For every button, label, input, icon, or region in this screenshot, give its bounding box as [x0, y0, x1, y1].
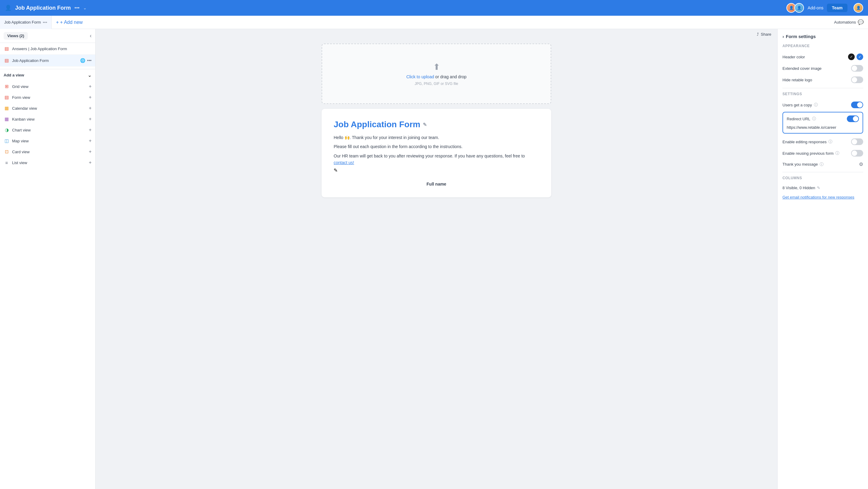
users-copy-info-icon[interactable]: ⓘ — [814, 102, 818, 108]
hide-logo-label: Hide retable logo — [782, 78, 812, 82]
tab-label: Job Application Form — [4, 20, 41, 25]
more-dots-icon[interactable]: ••• — [87, 46, 92, 51]
redirect-url-row: Redirect URL ⓘ — [787, 116, 859, 122]
upload-format-hint: JPG, PNG, GIF or SVG file — [415, 82, 458, 86]
collapse-sidebar-button[interactable]: ‹ — [90, 33, 92, 39]
answers-view-icon: ▤ — [4, 46, 10, 51]
top-bar-chevron-icon[interactable]: ⌄ — [83, 5, 87, 10]
add-kanban-view[interactable]: ▦ Kanban view + — [0, 114, 95, 124]
add-card-view[interactable]: ⊡ Card view + — [0, 146, 95, 157]
form-view-label: Job Application Form — [12, 58, 78, 63]
kanban-view-add-icon[interactable]: + — [89, 116, 92, 122]
upload-area[interactable]: ⬆ Click to upload or drag and drop JPG, … — [321, 43, 551, 104]
top-bar: 👤 Job Application Form ••• ⌄ 👤 👤 Add-ons… — [0, 0, 868, 16]
thankyou-message-row: Thank you message ⓘ ⚙ — [782, 159, 863, 170]
thankyou-info-icon[interactable]: ⓘ — [819, 162, 824, 167]
automations-button[interactable]: Automations 💬 — [830, 16, 868, 29]
color-black[interactable] — [848, 54, 855, 60]
form-title-text: Job Application Form — [334, 120, 421, 129]
header-color-label: Header color — [782, 55, 805, 59]
extended-cover-toggle[interactable] — [851, 65, 863, 72]
form-view-type-icon: ▤ — [4, 95, 10, 100]
form-globe-icon[interactable]: 🌐 — [80, 58, 85, 63]
reusing-form-toggle[interactable] — [851, 150, 863, 157]
thankyou-gear-icon[interactable]: ⚙ — [859, 161, 863, 167]
form-title-edit-icon[interactable]: ✎ — [423, 122, 427, 127]
form-view-actions: 🌐 ••• — [80, 58, 92, 63]
views-badge[interactable]: Views (2) — [4, 32, 28, 39]
view-item-form[interactable]: ▤ Job Application Form 🌐 ••• — [0, 55, 95, 66]
avatar-2: 👤 — [794, 3, 804, 13]
hide-logo-row: Hide retable logo — [782, 74, 863, 86]
form-view-icon: ▤ — [4, 58, 10, 63]
app-icon: 👤 — [5, 4, 11, 11]
add-form-view[interactable]: ▤ Form view + — [0, 92, 95, 103]
share-button[interactable]: ⤴ Share — [757, 32, 771, 37]
globe-icon[interactable]: 🌐 — [80, 46, 85, 51]
grid-view-add-icon[interactable]: + — [89, 84, 92, 89]
add-chart-view[interactable]: ◑ Chart view + — [0, 124, 95, 135]
chart-view-label: Chart view — [12, 128, 87, 132]
users-copy-label-row: Users get a copy ⓘ — [782, 102, 818, 108]
add-new-button[interactable]: + + Add new — [52, 16, 87, 29]
form-view-add-icon[interactable]: + — [89, 95, 92, 100]
divider-2 — [782, 172, 863, 172]
form-view-type-label: Form view — [12, 95, 87, 100]
automations-label: Automations — [834, 20, 856, 25]
upload-click-link[interactable]: Click to upload — [406, 74, 434, 79]
list-view-add-icon[interactable]: + — [89, 160, 92, 165]
views-header: Views (2) ‹ — [0, 29, 95, 43]
add-list-view[interactable]: ≡ List view + — [0, 157, 95, 168]
form-desc-2: Please fill out each question in the for… — [334, 143, 539, 150]
kanban-view-label: Kanban view — [12, 117, 87, 122]
add-map-view[interactable]: ◫ Map view + — [0, 135, 95, 146]
calendar-view-add-icon[interactable]: + — [89, 105, 92, 111]
chart-view-icon: ◑ — [4, 127, 10, 133]
form-settings-title[interactable]: › Form settings — [782, 34, 863, 39]
thankyou-label: Thank you message — [782, 162, 818, 166]
avatar-group: 👤 👤 — [786, 3, 804, 13]
upload-drag-text: or drag and drop — [435, 74, 467, 79]
add-grid-view[interactable]: ⊞ Grid view + — [0, 81, 95, 92]
upload-icon: ⬆ — [433, 62, 440, 72]
email-notifications-link[interactable]: Get email notifications for new response… — [782, 192, 863, 201]
active-tab[interactable]: Job Application Form ••• — [0, 16, 52, 29]
form-settings-chevron-icon: › — [782, 34, 784, 39]
editing-responses-toggle[interactable] — [851, 139, 863, 145]
hide-logo-toggle[interactable] — [851, 77, 863, 83]
description-edit-icon[interactable]: ✎ — [334, 168, 338, 173]
view-item-answers[interactable]: ▤ Answers | Job Application Form 🌐 ••• — [0, 43, 95, 55]
reusing-form-info-icon[interactable]: ⓘ — [835, 151, 839, 156]
contact-us-link[interactable]: contact us! — [334, 160, 354, 165]
main-layout: Views (2) ‹ ▤ Answers | Job Application … — [0, 29, 868, 489]
field-full-name: Full name — [334, 182, 539, 186]
extended-cover-label: Extended cover image — [782, 66, 822, 71]
chart-view-add-icon[interactable]: + — [89, 127, 92, 133]
tab-more-icon[interactable]: ••• — [42, 20, 47, 25]
users-copy-toggle[interactable] — [851, 101, 863, 108]
card-view-add-icon[interactable]: + — [89, 149, 92, 154]
redirect-url-toggle[interactable] — [847, 116, 859, 122]
color-blue[interactable] — [857, 54, 863, 60]
redirect-url-info-icon[interactable]: ⓘ — [812, 116, 816, 122]
form-settings-label: Form settings — [786, 34, 816, 39]
addons-button[interactable]: Add-ons — [808, 5, 823, 10]
add-calendar-view[interactable]: ▦ Calendar view + — [0, 103, 95, 114]
user-avatar[interactable]: 👤 — [854, 3, 863, 13]
right-panel: › Form settings Appearance Header color … — [777, 29, 868, 489]
reusing-form-label: Enable reusing previous form — [782, 151, 834, 156]
map-view-add-icon[interactable]: + — [89, 138, 92, 144]
users-copy-label: Users get a copy — [782, 103, 812, 107]
top-bar-more-icon[interactable]: ••• — [74, 5, 80, 10]
redirect-url-input[interactable] — [787, 125, 859, 130]
grid-view-icon: ⊞ — [4, 84, 10, 89]
sidebar: Views (2) ‹ ▤ Answers | Job Application … — [0, 29, 95, 489]
redirect-url-section: Redirect URL ⓘ — [782, 112, 863, 133]
editing-responses-label: Enable editing responses — [782, 140, 827, 144]
form-more-dots-icon[interactable]: ••• — [87, 58, 92, 63]
columns-edit-icon[interactable]: ✎ — [817, 186, 820, 190]
team-button[interactable]: Team — [827, 4, 847, 12]
add-view-chevron-icon: ⌄ — [88, 72, 92, 78]
add-view-header[interactable]: Add a view ⌄ — [0, 69, 95, 81]
editing-responses-info-icon[interactable]: ⓘ — [829, 139, 832, 145]
